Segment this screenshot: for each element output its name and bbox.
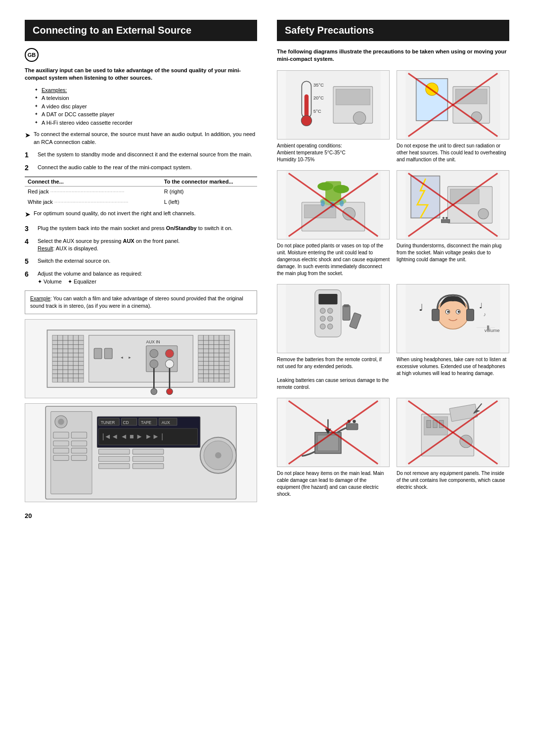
step-number-2: 2 <box>25 164 33 172</box>
note-1-text: To connect the external source, the sour… <box>34 131 257 146</box>
nosun-svg <box>397 71 509 139</box>
svg-rect-56 <box>53 448 69 453</box>
step-1: 1 Set the system to standby mode and dis… <box>25 151 257 159</box>
svg-rect-146 <box>432 309 440 321</box>
safety-caption-8: Do not remove any equipment panels. The … <box>397 470 509 491</box>
rear-panel-svg: AUX IN <box>25 320 257 398</box>
table-header-right: To the connector marked... <box>161 177 257 187</box>
safety-item-5: Remove the batteries from the remote con… <box>277 284 390 391</box>
svg-rect-137 <box>343 305 350 320</box>
list-item: A Hi-Fi stereo video cassette recorder <box>35 119 257 127</box>
svg-text:TUNER: TUNER <box>101 420 115 425</box>
safety-item-6: ♩ ♩ ♪ volume When using headphones, take… <box>397 284 509 391</box>
gb-badge: GB <box>25 48 39 62</box>
examples-label: Examples: <box>35 86 257 94</box>
step-4: 4 Select the AUX source by pressing AUX … <box>25 237 257 253</box>
step-content-6: Adjust the volume and balance as require… <box>38 270 257 285</box>
example-text: : You can watch a film and take advantag… <box>30 295 243 309</box>
svg-point-134 <box>327 316 333 321</box>
safety-grid: 35°C 20°C 5°C Ambient operating conditio… <box>277 70 509 498</box>
svg-point-109 <box>317 182 333 190</box>
svg-point-157 <box>353 420 356 423</box>
table-cell: Red jack ·······························… <box>25 187 161 197</box>
safety-img-8 <box>397 398 509 467</box>
svg-rect-159 <box>317 435 338 451</box>
svg-point-89 <box>353 112 365 124</box>
step-3: 3 Plug the system back into the main soc… <box>25 225 257 233</box>
svg-point-83 <box>301 115 312 126</box>
headphone-svg: ♩ ♩ ♪ volume <box>397 284 509 353</box>
svg-text:5°C: 5°C <box>313 108 321 114</box>
temp-svg: 35°C 20°C 5°C <box>277 71 389 139</box>
safety-item-1: 35°C 20°C 5°C Ambient operating conditio… <box>277 70 390 163</box>
safety-caption-7: Do not place heavy items on the main lea… <box>277 470 390 498</box>
safety-item-8: Do not remove any equipment panels. The … <box>397 398 509 498</box>
steps-2: 3 Plug the system back into the main soc… <box>25 225 257 286</box>
svg-point-26 <box>151 388 157 395</box>
safety-img-6: ♩ ♩ ♪ volume <box>397 284 509 353</box>
svg-point-124 <box>443 217 445 219</box>
safety-img-1: 35°C 20°C 5°C <box>277 70 390 140</box>
step-number-6: 6 <box>25 270 33 278</box>
list-item: A television <box>35 94 257 102</box>
steps-1: 1 Set the system to standby mode and dis… <box>25 151 257 172</box>
noplant-svg <box>277 171 389 239</box>
safety-caption-3: Do not place potted plants or vases on t… <box>277 242 390 277</box>
svg-point-122 <box>478 208 489 219</box>
svg-rect-155 <box>347 424 358 430</box>
left-section-title: Connecting to an External Source <box>25 20 257 41</box>
svg-point-125 <box>445 217 447 219</box>
svg-text:♪: ♪ <box>484 311 486 317</box>
safety-caption-2: Do not expose the unit to direct sun rad… <box>397 142 509 163</box>
svg-text:►: ► <box>128 355 132 360</box>
step-5: 5 Switch the external source on. <box>25 257 257 265</box>
svg-text:volume: volume <box>485 327 500 332</box>
svg-text:♩: ♩ <box>479 302 483 310</box>
table-cell: L (left) <box>161 197 257 207</box>
safety-caption-5: Remove the batteries from the remote con… <box>277 356 390 391</box>
svg-rect-147 <box>467 309 474 321</box>
svg-point-136 <box>327 324 333 329</box>
svg-point-111 <box>321 200 325 206</box>
svg-rect-77 <box>133 456 164 461</box>
svg-text:35°C: 35°C <box>313 82 324 88</box>
svg-text:◄: ◄ <box>120 355 124 360</box>
safety-img-4 <box>397 170 509 239</box>
connection-table: Connect the... To the connector marked..… <box>25 177 257 207</box>
safety-caption-4: During thunderstorms, disconnect the mai… <box>397 242 509 263</box>
step-content-3: Plug the system back into the main socke… <box>38 225 257 232</box>
svg-rect-18 <box>146 345 178 372</box>
svg-text:|◄◄  ◄  ■  ►  ►► |: |◄◄ ◄ ■ ► ►► | <box>102 432 163 440</box>
svg-rect-153 <box>487 326 489 331</box>
safety-caption-1: Ambient operating conditions: Ambient te… <box>277 142 390 163</box>
svg-point-62 <box>215 452 222 459</box>
step-2: 2 Connect the audio cable to the rear of… <box>25 164 257 172</box>
svg-rect-74 <box>99 449 130 454</box>
front-panel-diagram: TUNER CD TAPE AUX |◄◄ ◄ ■ ► ►► | <box>25 403 257 502</box>
intro-bold-text: The auxiliary input can be used to take … <box>25 67 257 82</box>
svg-point-135 <box>320 324 325 329</box>
svg-rect-123 <box>442 220 450 223</box>
safety-caption-6: When using headphones, take care not to … <box>397 356 509 377</box>
nopanel-svg <box>397 398 509 467</box>
note-1: ➤ To connect the external source, the so… <box>25 131 257 146</box>
svg-point-145 <box>458 311 460 313</box>
svg-rect-59 <box>71 455 87 460</box>
safety-item-4: During thunderstorms, disconnect the mai… <box>397 170 509 277</box>
right-section-title: Safety Precautions <box>277 20 509 41</box>
safety-item-7: Do not place heavy items on the main lea… <box>277 398 390 498</box>
svg-point-27 <box>167 388 173 395</box>
svg-point-131 <box>320 308 325 314</box>
svg-point-144 <box>447 311 449 313</box>
svg-rect-79 <box>133 463 164 468</box>
left-column: Connecting to an External Source GB The … <box>25 20 257 520</box>
example-box: Example: You can watch a film and take a… <box>25 290 257 314</box>
step-content-5: Switch the external source on. <box>38 257 257 265</box>
svg-rect-78 <box>99 463 130 468</box>
note-2-text: For optimum sound quality, do not invert… <box>34 210 196 220</box>
arrow-icon-2: ➤ <box>25 210 31 220</box>
svg-rect-54 <box>53 441 69 446</box>
table-row: White jack ·····························… <box>25 197 257 207</box>
table-cell: White jack ·····························… <box>25 197 161 207</box>
svg-rect-55 <box>71 441 87 446</box>
